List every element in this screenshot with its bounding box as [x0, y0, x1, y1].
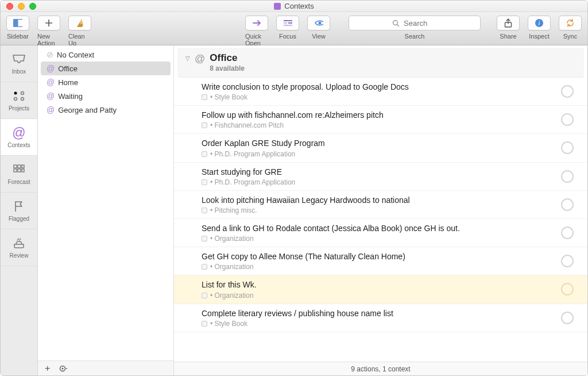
arrow-icon: [252, 18, 261, 28]
sync-icon: [566, 18, 575, 28]
task-row[interactable]: Get GH copy to Allee Monse (The Naturall…: [174, 247, 587, 275]
task-title: Follow up with fishchannel.com re:Alzhei…: [202, 110, 554, 120]
share-label: Share: [500, 33, 516, 40]
settings-gear-button[interactable]: [59, 365, 68, 373]
nav-inbox[interactable]: Inbox: [1, 45, 37, 82]
task-checkbox[interactable]: [561, 312, 574, 324]
svg-point-6: [319, 22, 322, 25]
context-header: ▽ @ Office 8 available: [177, 48, 584, 78]
task-project: • Ph.D. Program Application: [202, 150, 554, 158]
main-content: ▽ @ Office 8 available Write conclusion …: [174, 45, 587, 375]
project-icon: [202, 264, 207, 270]
nav-forecast[interactable]: Forecast: [1, 156, 37, 193]
nav-projects[interactable]: Projects: [1, 82, 37, 119]
perspective-nav: Inbox Projects @ Contexts Forecast: [1, 45, 38, 375]
at-icon: @: [47, 105, 55, 114]
task-checkbox[interactable]: [561, 283, 574, 296]
svg-point-13: [21, 92, 24, 95]
project-icon: [202, 179, 207, 185]
project-icon: [202, 151, 207, 157]
flag-icon: [12, 199, 26, 213]
task-project: • Organization: [202, 263, 554, 271]
nav-flagged-label: Flagged: [9, 216, 29, 222]
context-title: Office: [210, 52, 245, 64]
task-checkbox[interactable]: [561, 85, 574, 98]
focus-icon: [283, 18, 292, 28]
context-item-label: Home: [58, 78, 78, 87]
titlebar: Contexts: [1, 1, 587, 12]
project-icon: [202, 293, 207, 298]
context-item[interactable]: @Office: [41, 62, 171, 75]
at-icon: @: [12, 126, 26, 140]
sync-label: Sync: [563, 33, 577, 40]
sidebar-toggle-button[interactable]: [6, 16, 29, 30]
quick-open-label: Quick Open: [245, 33, 268, 47]
disclosure-triangle[interactable]: ▽: [185, 55, 190, 62]
svg-rect-16: [14, 165, 17, 168]
project-icon: [202, 208, 207, 213]
view-label: View: [312, 33, 326, 40]
task-checkbox[interactable]: [561, 113, 574, 126]
forecast-icon: [12, 163, 26, 177]
sync-button[interactable]: [559, 16, 582, 30]
task-checkbox[interactable]: [561, 227, 574, 239]
sidebar-icon: [13, 18, 22, 28]
task-title: Order Kaplan GRE Study Program: [202, 138, 554, 148]
svg-point-15: [21, 98, 24, 101]
task-checkbox[interactable]: [561, 255, 574, 267]
task-row[interactable]: Write conclusion to style proposal. Uplo…: [174, 78, 587, 106]
task-row[interactable]: Order Kaplan GRE Study Program• Ph.D. Pr…: [174, 134, 587, 162]
nav-projects-label: Projects: [9, 105, 29, 112]
context-item-label: Waiting: [58, 92, 83, 101]
at-icon: @: [195, 53, 205, 65]
at-icon: @: [47, 64, 55, 73]
task-checkbox[interactable]: [561, 170, 574, 183]
nav-flagged[interactable]: Flagged: [1, 193, 37, 229]
project-icon: [202, 122, 207, 128]
inbox-icon: [12, 52, 26, 66]
at-icon: @: [47, 78, 55, 87]
task-row[interactable]: Follow up with fishchannel.com re:Alzhei…: [174, 106, 587, 134]
focus-label: Focus: [279, 33, 296, 40]
inspect-label: Inspect: [529, 33, 549, 40]
context-item[interactable]: @Waiting: [41, 89, 171, 103]
task-row[interactable]: Start studying for GRE• Ph.D. Program Ap…: [174, 163, 587, 191]
inspect-button[interactable]: i: [528, 16, 551, 30]
task-row[interactable]: List for this Wk.• Organization: [174, 275, 587, 304]
task-row[interactable]: Complete literary reviews / publishing h…: [174, 304, 587, 332]
context-item-label: No Context: [57, 51, 94, 59]
svg-point-12: [14, 92, 17, 95]
search-label: Search: [405, 33, 425, 40]
no-context-icon: ⊘: [47, 50, 53, 59]
clean-up-label: Clean Up: [68, 33, 91, 47]
quick-open-button[interactable]: [245, 16, 268, 30]
task-project: • Style Book: [202, 93, 554, 101]
sidebar-footer: +: [38, 360, 173, 375]
add-button[interactable]: +: [45, 363, 50, 374]
task-checkbox[interactable]: [561, 141, 574, 154]
broom-icon: [75, 18, 84, 28]
share-icon: [504, 18, 513, 28]
task-project: • Ph.D. Program Application: [202, 178, 554, 186]
sidebar-label: Sidebar: [7, 33, 29, 40]
search-input[interactable]: [404, 19, 438, 28]
app-icon: [274, 3, 281, 10]
task-row[interactable]: Send a link to GH to Rodale contact (Jes…: [174, 219, 587, 247]
context-item[interactable]: @Home: [41, 75, 171, 89]
new-action-button[interactable]: [37, 16, 60, 30]
nav-contexts[interactable]: @ Contexts: [1, 119, 37, 156]
context-item[interactable]: @George and Patty: [41, 103, 171, 117]
task-title: List for this Wk.: [202, 279, 554, 290]
task-row[interactable]: Look into pitching Hawaiian Legacy Hardw…: [174, 191, 587, 219]
nav-review[interactable]: Review: [1, 229, 37, 266]
focus-button[interactable]: [276, 16, 299, 30]
share-button[interactable]: [497, 16, 520, 30]
window-title: Contexts: [284, 2, 314, 10]
context-item[interactable]: ⊘No Context: [41, 48, 171, 62]
task-project: • Pitching misc.: [202, 206, 554, 214]
task-checkbox[interactable]: [561, 198, 574, 211]
clean-up-button[interactable]: [68, 16, 91, 30]
project-icon: [202, 236, 207, 241]
search-field[interactable]: [349, 16, 481, 30]
view-button[interactable]: [307, 16, 330, 30]
